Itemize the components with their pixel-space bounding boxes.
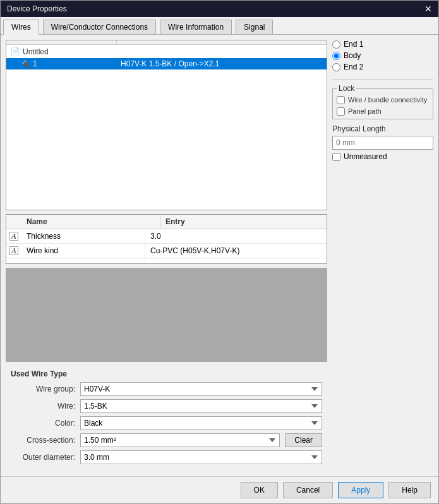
title-bar: Device Properties ✕ <box>1 1 438 17</box>
attr-col-entry-header: Entry <box>160 215 327 229</box>
checkbox-wire-bundle-input[interactable] <box>337 96 345 104</box>
wire-group-row: Wire group: H07V-K <box>11 382 322 396</box>
divider-1 <box>332 79 433 80</box>
tree-parent-row[interactable]: 📄 Untitled <box>6 45 327 58</box>
tab-wires[interactable]: Wires <box>3 20 39 35</box>
attr-row-thickness: A Thickness 3.0 <box>6 229 327 244</box>
wire-group-select[interactable]: H07V-K <box>80 382 322 396</box>
tree-header <box>6 40 327 45</box>
color-select[interactable]: Black <box>80 416 322 430</box>
radio-body-input[interactable] <box>332 52 340 60</box>
checkbox-unmeasured[interactable]: Unmeasured <box>332 152 433 161</box>
lock-title: Lock <box>337 84 356 93</box>
tabs-bar: Wires Wire/Conductor Connections Wire In… <box>1 17 438 35</box>
checkbox-panel-path[interactable]: Panel path <box>337 107 429 116</box>
attr-entry-thickness: 3.0 <box>145 229 327 243</box>
cross-section-label: Cross-section: <box>11 436 80 445</box>
tree-child-row[interactable]: 🔌 1 H07V-K 1.5-BK / Open->X2.1 <box>6 58 327 69</box>
attr-indicator-3 <box>6 258 21 263</box>
outer-diameter-row: Outer diameter: 3.0 mm <box>11 450 322 464</box>
attr-icon-1: A <box>9 232 18 241</box>
apply-button[interactable]: Apply <box>338 482 383 498</box>
wire-label: Wire: <box>11 402 80 411</box>
physical-length-section: Physical Length Unmeasured <box>332 124 433 161</box>
tree-row-value: H07V-K 1.5-BK / Open->X2.1 <box>117 59 327 68</box>
help-button[interactable]: Help <box>388 482 431 498</box>
color-row: Color: Black <box>11 416 322 430</box>
outer-diameter-label: Outer diameter: <box>11 453 80 462</box>
attr-entry-wire-kind: Cu-PVC (H05V-K,H07V-K) <box>145 244 327 258</box>
radio-end1-input[interactable] <box>332 40 340 49</box>
radio-end2[interactable]: End 2 <box>332 63 433 71</box>
tree-col-name-header <box>6 40 117 44</box>
attr-icon-2: A <box>9 246 18 255</box>
right-panel: End 1 Body End 2 Lock Wire / b <box>332 40 433 471</box>
tree-parent-icon: 📄 <box>10 47 20 56</box>
radio-end1-label: End 1 <box>344 40 363 49</box>
checkbox-unmeasured-label: Unmeasured <box>344 152 387 161</box>
dialog-title: Device Properties <box>7 4 67 13</box>
used-wire-title: Used Wire Type <box>11 369 322 378</box>
tree-row-name-cell: 🔌 1 <box>6 59 117 68</box>
wire-group-label: Wire group: <box>11 385 80 393</box>
attr-header: Name Entry <box>6 215 327 229</box>
wire-select[interactable]: 1.5-BK <box>80 399 322 413</box>
radio-end1[interactable]: End 1 <box>332 40 433 49</box>
tab-wire-information[interactable]: Wire Information <box>160 20 232 34</box>
tree-parent-label: Untitled <box>23 47 49 56</box>
attr-row-wire-kind: A Wire kind Cu-PVC (H05V-K,H07V-K) <box>6 244 327 258</box>
attr-row-empty <box>6 258 327 263</box>
wire-row: Wire: 1.5-BK <box>11 399 322 413</box>
used-wire-section: Used Wire Type Wire group: H07V-K Wire: … <box>6 366 327 471</box>
close-button[interactable]: ✕ <box>424 4 432 13</box>
lock-items: Wire / bundle connectivity Panel path <box>337 95 429 116</box>
cross-section-row: Cross-section: 1.50 mm² Clear <box>11 433 322 447</box>
main-content: 📄 Untitled 🔌 1 H07V-K 1.5-BK / Open->X2.… <box>1 35 438 476</box>
checkbox-panel-path-input[interactable] <box>337 107 345 116</box>
attr-indicator-1: A <box>6 229 21 243</box>
checkbox-panel-path-label: Panel path <box>348 107 382 116</box>
radio-body-label: Body <box>344 51 361 60</box>
wire-tree[interactable]: 📄 Untitled 🔌 1 H07V-K 1.5-BK / Open->X2.… <box>6 40 327 210</box>
device-properties-dialog: Device Properties ✕ Wires Wire/Conductor… <box>0 0 439 504</box>
cross-section-select[interactable]: 1.50 mm² <box>80 433 280 447</box>
bottom-buttons: OK Cancel Apply Help <box>1 476 438 503</box>
attr-name-empty <box>21 258 145 263</box>
radio-body[interactable]: Body <box>332 51 433 60</box>
cancel-button[interactable]: Cancel <box>283 482 333 498</box>
clear-button[interactable]: Clear <box>285 433 322 447</box>
position-radio-group: End 1 Body End 2 <box>332 40 433 71</box>
attr-indicator-2: A <box>6 244 21 258</box>
tab-wire-conductor-connections[interactable]: Wire/Conductor Connections <box>43 20 156 34</box>
attr-name-thickness: Thickness <box>21 229 145 243</box>
physical-length-input[interactable] <box>332 136 433 150</box>
tree-col-extra-header <box>117 40 327 44</box>
left-panel: 📄 Untitled 🔌 1 H07V-K 1.5-BK / Open->X2.… <box>6 40 327 471</box>
attributes-table: Name Entry A Thickness 3.0 A Wire kind C… <box>6 214 327 264</box>
ok-button[interactable]: OK <box>241 482 278 498</box>
gray-area <box>6 268 327 362</box>
tree-row-icon: 🔌 <box>21 60 33 68</box>
color-label: Color: <box>11 419 80 428</box>
radio-end2-label: End 2 <box>344 63 363 71</box>
checkbox-wire-bundle-label: Wire / bundle connectivity <box>348 95 427 104</box>
attr-entry-empty <box>145 258 327 263</box>
lock-group: Lock Wire / bundle connectivity Panel pa… <box>332 88 433 119</box>
tab-signal[interactable]: Signal <box>236 20 273 34</box>
radio-end2-input[interactable] <box>332 63 340 71</box>
checkbox-unmeasured-input[interactable] <box>332 153 340 161</box>
tree-row-label: 1 <box>33 59 37 68</box>
physical-length-title: Physical Length <box>332 124 433 133</box>
outer-diameter-select[interactable]: 3.0 mm <box>80 450 322 464</box>
checkbox-wire-bundle[interactable]: Wire / bundle connectivity <box>337 95 429 104</box>
attr-col-name-header: Name <box>21 215 160 229</box>
attr-name-wire-kind: Wire kind <box>21 244 145 258</box>
